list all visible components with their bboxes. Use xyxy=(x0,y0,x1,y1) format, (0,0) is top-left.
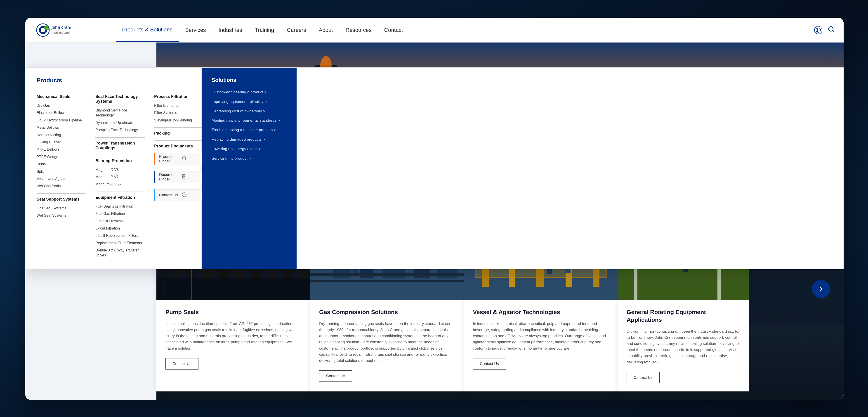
link-fuel-gas[interactable]: Fuel Gas Filtration xyxy=(95,211,145,216)
svg-rect-91 xyxy=(310,273,464,276)
link-wet-seal-systems[interactable]: Wet Seal Systems xyxy=(37,213,86,218)
contact-us-finder-bar[interactable]: Contact Us xyxy=(154,189,209,201)
section-process-filtration: Process Filtration xyxy=(154,91,209,99)
link-magnum-pv7[interactable]: Magnum-P V7 xyxy=(95,175,145,180)
mega-solutions: Solutions Custom-engineering a product >… xyxy=(202,68,297,269)
nav-contact[interactable]: Contact xyxy=(378,18,409,42)
card-body-vessel: Vessel & Agitator Technologies In indust… xyxy=(464,300,618,378)
contact-btn-gas[interactable]: Contact Us xyxy=(319,370,352,382)
section-seal-support: Seal Support Systems xyxy=(37,193,86,202)
nav-careers[interactable]: Careers xyxy=(281,18,312,42)
navbar: john crane A Smiths Group Company Produc… xyxy=(25,18,844,42)
link-sieving[interactable]: Sieving/Milling/Grinding xyxy=(154,118,209,123)
section-equipment-filtration: Equipment Filtration xyxy=(95,191,145,200)
browser-window: john crane A Smiths Group Company Produc… xyxy=(25,18,844,400)
solution-environmental[interactable]: Meeting new environmental standards > xyxy=(212,118,287,123)
product-finder-label: Product Finder xyxy=(159,154,182,163)
solution-servicing[interactable]: Servicing my product > xyxy=(212,156,287,161)
link-magnum-dv65[interactable]: Magnum-D V65 xyxy=(95,182,145,187)
link-fuel-oil[interactable]: Fuel Oil Filtration xyxy=(95,219,145,224)
globe-icon[interactable] xyxy=(814,26,822,34)
mega-menu: Products Mechanical Seals Dry Gas Elasto… xyxy=(25,67,844,269)
mega-left: Products Mechanical Seals Dry Gas Elasto… xyxy=(25,68,202,269)
cards-next-arrow[interactable] xyxy=(812,280,830,298)
nav-right xyxy=(814,26,835,34)
contact-finder-icon xyxy=(182,192,204,198)
link-slurry[interactable]: Slurry xyxy=(37,162,86,167)
search-icon[interactable] xyxy=(828,26,835,34)
contact-btn-pump[interactable]: Contact Us xyxy=(165,358,198,369)
nav-links: Products & Solutions Services Industries… xyxy=(116,18,814,42)
card-text-pump: critical applications, location-specific… xyxy=(165,321,301,351)
svg-point-10 xyxy=(829,27,833,31)
mega-col-1: Mechanical Seals Dry Gas Elastomer Bello… xyxy=(37,91,86,260)
link-filter-elements[interactable]: Filter Elements xyxy=(154,103,209,108)
card-title-pump: Pump Seals xyxy=(165,308,301,316)
card-text-gas: Dry-running, non-contacting gas seals ha… xyxy=(319,321,455,364)
mega-col-2: Seal Face Technology Systems Diamond Sea… xyxy=(95,91,145,260)
solution-cost-ownership[interactable]: Decreasing cost of ownership > xyxy=(212,109,287,114)
svg-line-11 xyxy=(833,31,834,32)
link-wet-gas-seals[interactable]: Wet Gas Seals xyxy=(37,184,86,188)
svg-point-49 xyxy=(182,156,186,160)
link-magnum-v8[interactable]: Magnum-D V8 xyxy=(95,167,145,172)
svg-rect-74 xyxy=(156,278,310,300)
document-finder-icon xyxy=(182,174,204,180)
solution-equipment-reliability[interactable]: Improving equipment reliability > xyxy=(212,99,287,105)
link-oring-pusher[interactable]: O-Ring Pusher xyxy=(37,140,86,145)
svg-text:A Smiths Group Company: A Smiths Group Company xyxy=(52,31,70,34)
mega-col-3: Process Filtration Filter Elements Filte… xyxy=(154,91,209,260)
link-non-contacting[interactable]: Non-contacting xyxy=(37,132,86,138)
document-finder-label: Document Finder xyxy=(159,173,182,182)
solution-replacing-damaged[interactable]: Replacing damaged products > xyxy=(212,137,287,142)
link-dry-gas[interactable]: Dry Gas xyxy=(37,103,86,108)
card-body-pump: Pump Seals critical applications, locati… xyxy=(156,300,310,378)
card-title-gas: Gas Compression Solutions xyxy=(319,308,455,316)
contact-btn-vessel[interactable]: Contact Us xyxy=(473,358,506,369)
link-ptfe-wedge[interactable]: PTFE Wedge xyxy=(37,154,86,159)
product-finder-bar[interactable]: Product Finder xyxy=(154,153,209,165)
section-product-documents: Product Documents xyxy=(154,140,209,149)
link-split[interactable]: Split xyxy=(37,169,86,174)
link-gas-seal-systems[interactable]: Gas Seal Systems xyxy=(37,206,86,211)
link-fcf-seal[interactable]: FCF Seal Gas Filtration xyxy=(95,204,145,209)
link-ptfe-bellows[interactable]: PTFE Bellows xyxy=(37,147,86,152)
logo-area: john crane A Smiths Group Company xyxy=(34,22,98,38)
link-elastomer-bellows[interactable]: Elastomer Bellows xyxy=(37,110,86,115)
section-mechanical-seals: Mechanical Seals xyxy=(37,91,86,99)
link-inbuilt-replacement[interactable]: Inbuilt Replacement Filters xyxy=(95,233,145,238)
nav-products[interactable]: Products & Solutions xyxy=(116,18,179,42)
link-replacement-filter[interactable]: Replacement Filter Elements xyxy=(95,241,145,246)
document-finder-bar[interactable]: Document Finder xyxy=(154,171,209,183)
link-filter-systems[interactable]: Filter Systems xyxy=(154,110,209,115)
solution-energy-usage[interactable]: Lowering my energy usage > xyxy=(212,146,287,152)
link-double-3-6-way[interactable]: Double 3 & 6 Way Transfer Valves xyxy=(95,248,145,258)
solution-custom-engineering[interactable]: Custom-engineering a product > xyxy=(212,90,287,95)
section-seal-face: Seal Face Technology Systems xyxy=(95,91,145,104)
link-metal-bellows[interactable]: Metal Bellows xyxy=(37,125,86,130)
solutions-title: Solutions xyxy=(212,77,287,83)
svg-line-50 xyxy=(185,159,186,160)
nav-resources[interactable]: Resources xyxy=(339,18,378,42)
link-pumping-face[interactable]: Pumping Face Technology xyxy=(95,127,145,132)
card-body-gas: Gas Compression Solutions Dry-running, n… xyxy=(310,300,464,390)
section-power-transmission: Power Transmission Couplings xyxy=(95,137,145,150)
main-content: Products Mechanical Seals Dry Gas Elasto… xyxy=(25,42,844,400)
solution-troubleshooting[interactable]: Troubleshooting a machine problem > xyxy=(212,127,287,133)
section-packing: Packing xyxy=(154,127,209,136)
contact-btn-rotating[interactable]: Contact Us xyxy=(627,372,659,383)
nav-training[interactable]: Training xyxy=(248,18,281,42)
svg-rect-51 xyxy=(182,175,185,178)
section-bearing-protection: Bearing Protection xyxy=(95,155,145,163)
nav-industries[interactable]: Industries xyxy=(212,18,248,42)
link-liquid-hydrocarbon[interactable]: Liquid Hydrocarbon Pipeline xyxy=(37,118,86,123)
card-text-rotating: Dry-running, non-contacting g... been th… xyxy=(627,328,740,365)
card-title-rotating: General Rotating Equipment Applications xyxy=(627,308,740,324)
nav-services[interactable]: Services xyxy=(179,18,212,42)
link-dynamic-lift[interactable]: Dynamic Lift Up-stream xyxy=(95,120,145,125)
link-diamond-seal[interactable]: Diamond Seal Face Technology xyxy=(95,108,145,118)
link-liquid-filtration[interactable]: Liquid Filtration xyxy=(95,226,145,231)
logo: john crane A Smiths Group Company xyxy=(34,22,70,38)
link-vessel-agitator[interactable]: Vessel and Agitator xyxy=(37,176,86,181)
nav-about[interactable]: About xyxy=(312,18,339,42)
